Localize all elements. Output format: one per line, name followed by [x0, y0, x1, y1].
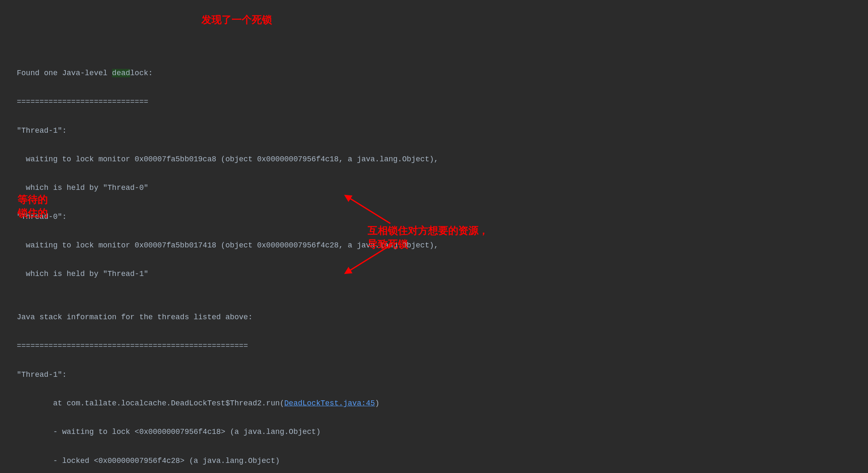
annotation-locked: 锁住的	[18, 203, 48, 223]
annotation-found-deadlock: 发现了一个死锁	[201, 10, 272, 29]
console-line-14: - waiting to lock <0x00000007956f4c18> (…	[17, 425, 851, 439]
console-line-8: which is held by "Thread-1"	[17, 267, 851, 281]
console-line-15: - locked <0x00000007956f4c28> (a java.la…	[17, 454, 851, 468]
console-line-11: ========================================…	[17, 339, 851, 353]
console-line-12: "Thread-1":	[17, 368, 851, 382]
console-line-10: Java stack information for the threads l…	[17, 310, 851, 324]
console-line-2: =============================	[17, 95, 851, 109]
console-line-13: at com.tallate.localcache.DeadLockTest$T…	[17, 396, 851, 410]
console-line-7: waiting to lock monitor 0x00007fa5bb0174…	[17, 238, 851, 252]
console-line-4: waiting to lock monitor 0x00007fa5bb019c…	[17, 152, 851, 166]
source-link-1[interactable]: DeadLockTest.java:45	[284, 399, 375, 407]
console-line-3: "Thread-1":	[17, 124, 851, 138]
console-line-5: which is held by "Thread-0"	[17, 181, 851, 195]
highlighted-dead-1: dead	[112, 69, 130, 77]
annotation-mutual-lock-2: 导致死锁	[368, 234, 408, 254]
console-line-1: Found one Java-level deadlock:	[17, 66, 851, 80]
